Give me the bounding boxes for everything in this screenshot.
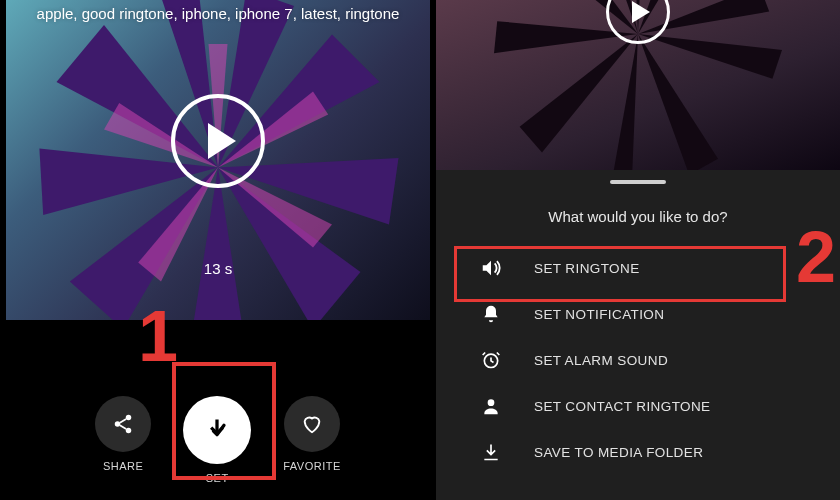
action-sheet: What would you like to do? SET RINGTONE … [436,170,840,500]
share-label: SHARE [103,460,143,472]
bell-icon [480,303,502,325]
option-label: SET CONTACT RINGTONE [534,399,711,414]
ringtone-preview-card: apple, good ringtone, iphone, iphone 7, … [6,0,430,320]
play-icon [208,123,236,159]
option-set-contact[interactable]: SET CONTACT RINGTONE [436,383,840,429]
favorite-label: FAVORITE [283,460,341,472]
option-label: SET NOTIFICATION [534,307,664,322]
highlight-box-1 [172,362,276,480]
option-set-alarm[interactable]: SET ALARM SOUND [436,337,840,383]
left-panel: apple, good ringtone, iphone, iphone 7, … [0,0,436,500]
share-icon [112,413,134,435]
sheet-title: What would you like to do? [436,208,840,225]
download-icon [480,441,502,463]
play-icon [632,1,650,23]
step-number-2: 2 [796,216,836,298]
person-icon [480,395,502,417]
share-action[interactable]: SHARE [95,396,151,484]
highlight-box-2 [454,246,786,302]
heart-icon [301,413,323,435]
favorite-action[interactable]: FAVORITE [283,396,341,484]
option-label: SET ALARM SOUND [534,353,668,368]
play-button[interactable] [171,94,265,188]
alarm-icon [480,349,502,371]
ringtone-preview-top [436,0,840,170]
svg-point-28 [488,399,495,406]
svg-point-14 [126,415,132,421]
svg-point-15 [115,421,121,427]
sheet-handle[interactable] [610,180,666,184]
right-panel: What would you like to do? SET RINGTONE … [436,0,840,500]
ringtone-tags: apple, good ringtone, iphone, iphone 7, … [16,4,420,24]
ringtone-duration: 13 s [204,260,232,277]
svg-point-16 [126,428,132,434]
option-label: SAVE TO MEDIA FOLDER [534,445,703,460]
option-save-media[interactable]: SAVE TO MEDIA FOLDER [436,429,840,475]
step-number-1: 1 [138,295,178,377]
